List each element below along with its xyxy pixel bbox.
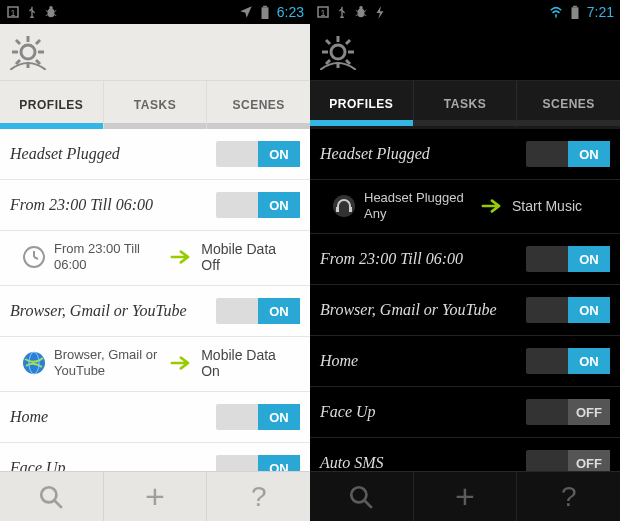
switch-label: ON [258,298,300,324]
headset-icon [332,194,356,218]
profile-detail[interactable]: Headset Plugged Any Start Music [310,180,620,234]
profile-detail[interactable]: From 23:00 Till 06:00 Mobile Data Off [0,231,310,286]
profile-row[interactable]: Face Up ON [0,443,310,471]
profile-name: Face Up [10,459,66,471]
app-header [0,24,310,81]
tab-label: TASKS [134,98,176,112]
profile-name: Home [10,408,48,426]
profile-row[interactable]: Auto SMS OFF [310,438,620,471]
search-icon [348,484,374,510]
tab-bar: PROFILES TASKS SCENES [0,81,310,129]
tab-label: TASKS [444,97,486,111]
tab-scenes[interactable]: SCENES [517,81,620,129]
help-button[interactable]: ? [517,472,620,521]
phone-light: 6:23 PROFILES TASKS SCENES Headset Plugg… [0,0,310,521]
usb-icon [25,5,39,19]
debug-icon [44,5,58,19]
profile-name: Face Up [320,403,376,421]
tab-tasks[interactable]: TASKS [414,81,518,129]
bottom-bar: + ? [0,471,310,521]
sim-icon [316,5,330,19]
arrow-icon [169,248,191,266]
tab-bar: PROFILES TASKS SCENES [310,81,620,129]
switch-label: OFF [568,399,610,425]
action-text: Mobile Data On [201,347,298,379]
airplane-icon [239,5,253,19]
profile-toggle[interactable]: ON [216,404,300,430]
arrow-icon [480,197,502,215]
plus-icon: + [145,477,165,516]
profile-name: Home [320,352,358,370]
debug-icon [354,5,368,19]
tab-scenes[interactable]: SCENES [207,81,310,129]
app-header [310,24,620,81]
profile-row[interactable]: Home ON [0,392,310,443]
profile-name: Browser, Gmail or YouTube [320,301,497,319]
profile-toggle[interactable]: ON [526,348,610,374]
profile-row[interactable]: Face Up OFF [310,387,620,438]
profile-name: Browser, Gmail or YouTube [10,302,187,320]
profile-list: Headset Plugged ON Headset Plugged Any S… [310,129,620,471]
tasker-logo-icon[interactable] [320,34,356,70]
action-text: Start Music [512,198,582,214]
profile-row[interactable]: Browser, Gmail or YouTube ON [0,286,310,337]
tab-profiles[interactable]: PROFILES [310,81,414,129]
search-button[interactable] [310,472,414,521]
profile-toggle[interactable]: ON [526,297,610,323]
profile-name: Auto SMS [320,454,384,471]
plus-icon: + [455,477,475,516]
profile-row[interactable]: Home ON [310,336,620,387]
profile-detail[interactable]: Browser, Gmail or YouTube Mobile Data On [0,337,310,392]
profile-row[interactable]: From 23:00 Till 06:00 ON [310,234,620,285]
switch-label: ON [258,404,300,430]
add-button[interactable]: + [414,472,518,521]
clock-icon [22,245,46,269]
tab-label: PROFILES [19,98,83,112]
arrow-icon [169,354,191,372]
tasker-logo-icon[interactable] [10,34,46,70]
help-button[interactable]: ? [207,472,310,521]
profile-list: Headset Plugged ON From 23:00 Till 06:00… [0,129,310,471]
status-clock: 6:23 [277,4,304,20]
profile-row[interactable]: Headset Plugged ON [0,129,310,180]
switch-label: ON [568,246,610,272]
profile-row[interactable]: Browser, Gmail or YouTube ON [310,285,620,336]
switch-label: ON [258,141,300,167]
search-button[interactable] [0,472,104,521]
profile-toggle[interactable]: ON [216,141,300,167]
switch-label: ON [568,141,610,167]
profile-row[interactable]: From 23:00 Till 06:00 ON [0,180,310,231]
switch-label: ON [568,297,610,323]
profile-toggle[interactable]: ON [526,141,610,167]
condition-text: Browser, Gmail or YouTube [54,347,159,378]
switch-label: ON [568,348,610,374]
profile-toggle[interactable]: ON [216,455,300,471]
battery-icon [258,5,272,19]
tab-label: PROFILES [329,97,393,111]
switch-label: ON [258,455,300,471]
profile-toggle[interactable]: OFF [526,399,610,425]
profile-toggle[interactable]: OFF [526,450,610,471]
sim-icon [6,5,20,19]
profile-name: From 23:00 Till 06:00 [10,196,153,214]
wifi-icon [549,5,563,19]
action-text: Mobile Data Off [201,241,298,273]
search-icon [38,484,64,510]
status-clock: 7:21 [587,4,614,20]
add-button[interactable]: + [104,472,208,521]
condition-text: From 23:00 Till 06:00 [54,241,159,272]
profile-row[interactable]: Headset Plugged ON [310,129,620,180]
bolt-icon [373,5,387,19]
tab-label: SCENES [543,97,595,111]
switch-label: ON [258,192,300,218]
tab-tasks[interactable]: TASKS [104,81,208,129]
profile-toggle[interactable]: ON [216,298,300,324]
phone-dark: 7:21 PROFILES TASKS SCENES Headset Plugg… [310,0,620,521]
profile-toggle[interactable]: ON [216,192,300,218]
condition-text: Headset Plugged Any [364,190,470,221]
tab-profiles[interactable]: PROFILES [0,81,104,129]
status-bar: 6:23 [0,0,310,24]
usb-icon [335,5,349,19]
tab-label: SCENES [233,98,285,112]
profile-toggle[interactable]: ON [526,246,610,272]
